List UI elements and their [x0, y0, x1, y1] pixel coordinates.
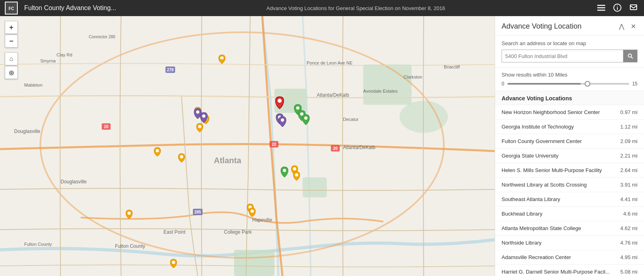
- app-header: FC Fulton County Advance Voting... Advan…: [0, 0, 644, 16]
- svg-text:East Point: East Point: [163, 229, 186, 235]
- svg-rect-11: [363, 64, 412, 105]
- zoom-in-button[interactable]: +: [5, 21, 18, 34]
- svg-rect-12: [303, 177, 327, 197]
- search-label: Search an address or locate on map: [502, 40, 638, 46]
- svg-rect-9: [0, 16, 495, 276]
- list-item[interactable]: Northwest Library at Scotts Crossing3.91…: [495, 178, 644, 192]
- list-item[interactable]: Georgia Institute of Technology1.12 mi: [495, 120, 644, 134]
- location-name: Fulton County Government Center: [502, 138, 620, 144]
- location-name: Harriet G. Darnell Senior Multi-Purpose …: [502, 269, 620, 275]
- location-distance: 2.21 mi: [620, 153, 638, 159]
- list-item[interactable]: Fulton County Government Center2.09 mi: [495, 134, 644, 149]
- svg-point-49: [156, 149, 159, 152]
- list-item[interactable]: Harriet G. Darnell Senior Multi-Purpose …: [495, 265, 644, 276]
- svg-rect-14: [234, 250, 274, 276]
- main-content: Smyrna Mableton Douglasville Douglasvill…: [0, 16, 644, 276]
- svg-text:College Park: College Park: [224, 229, 252, 235]
- svg-rect-46: [220, 59, 224, 62]
- search-button[interactable]: [623, 50, 638, 62]
- svg-text:Ponce de Leon Ave NE: Ponce de Leon Ave NE: [307, 60, 353, 65]
- svg-text:278: 278: [167, 68, 174, 72]
- list-item[interactable]: Atlanta Metropolitan State College4.62 m…: [495, 221, 644, 236]
- location-distance: 4.6 mi: [623, 211, 638, 217]
- locations-list-header: Advance Voting Locations: [495, 91, 644, 105]
- header-icon-group: [596, 2, 639, 15]
- list-item[interactable]: Helen S. Mills Senior Multi-Purpose Faci…: [495, 163, 644, 178]
- list-item[interactable]: Northside Library4.76 mi: [495, 236, 644, 250]
- svg-point-67: [628, 54, 631, 57]
- range-label: Show results within 10 Miles: [502, 72, 638, 78]
- svg-text:Connector 280: Connector 280: [89, 35, 115, 39]
- map-area[interactable]: Smyrna Mableton Douglasville Douglasvill…: [0, 16, 495, 276]
- collapse-panel-button[interactable]: ⋀: [617, 22, 626, 31]
- map-controls: + − ⌂ ◎: [5, 21, 18, 79]
- range-min-label: 0: [502, 81, 504, 87]
- info-icon-button[interactable]: [612, 2, 623, 15]
- svg-text:Atlanta: Atlanta: [214, 156, 242, 165]
- location-name: New Horizon Neighborhood Senior Center: [502, 109, 620, 115]
- map-svg: Smyrna Mableton Douglasville Douglasvill…: [0, 16, 495, 276]
- location-distance: 0.97 mi: [620, 109, 638, 115]
- svg-text:Clarkston: Clarkston: [404, 75, 422, 79]
- locate-button[interactable]: ◎: [5, 66, 18, 79]
- svg-point-52: [128, 212, 131, 215]
- svg-text:Decatur: Decatur: [343, 117, 359, 122]
- list-item[interactable]: Georgia State University2.21 mi: [495, 149, 644, 163]
- svg-point-55: [293, 167, 296, 170]
- location-distance: 1.12 mi: [620, 124, 638, 130]
- address-search-input[interactable]: [502, 50, 623, 62]
- list-item[interactable]: Buckhead Library4.6 mi: [495, 207, 644, 221]
- right-panel: Advance Voting Location ⋀ ✕ Search an ad…: [495, 16, 644, 276]
- app-logo: FC: [5, 2, 18, 15]
- svg-point-59: [202, 114, 205, 118]
- range-max-label: 15: [632, 81, 638, 87]
- list-icon-button[interactable]: [596, 2, 607, 15]
- svg-point-65: [283, 169, 286, 172]
- svg-text:FC: FC: [8, 6, 14, 11]
- range-slider-row: 0 15: [502, 81, 638, 87]
- svg-text:20: 20: [333, 146, 338, 151]
- svg-text:Avondale Estates: Avondale Estates: [363, 89, 398, 93]
- svg-point-56: [295, 173, 298, 176]
- location-distance: 4.41 mi: [620, 196, 638, 202]
- close-panel-button[interactable]: ✕: [629, 22, 638, 31]
- svg-point-63: [300, 112, 303, 116]
- list-item[interactable]: Southeast Atlanta Library4.41 mi: [495, 192, 644, 207]
- svg-point-64: [304, 116, 307, 120]
- svg-point-7: [617, 6, 618, 6]
- svg-text:Fulton County: Fulton County: [24, 242, 52, 247]
- svg-point-54: [251, 210, 254, 213]
- svg-text:Clay Rd: Clay Rd: [56, 52, 72, 57]
- svg-text:Douglasville: Douglasville: [61, 179, 87, 185]
- svg-point-51: [198, 125, 201, 128]
- svg-text:Fulton County: Fulton County: [115, 243, 145, 249]
- app-title: Fulton County Advance Voting...: [24, 4, 116, 12]
- list-item[interactable]: New Horizon Neighborhood Senior Center0.…: [495, 105, 644, 120]
- svg-rect-2: [597, 5, 605, 6]
- location-distance: 2.09 mi: [620, 138, 638, 144]
- svg-point-66: [278, 99, 282, 103]
- svg-text:Atlanta/DeKalb: Atlanta/DeKalb: [317, 92, 349, 98]
- svg-point-45: [220, 56, 224, 60]
- svg-rect-3: [597, 7, 605, 8]
- svg-text:Douglasville: Douglasville: [14, 129, 40, 134]
- search-section: Search an address or locate on map: [495, 35, 644, 68]
- range-section: Show results within 10 Miles 0 15: [495, 68, 644, 91]
- list-item[interactable]: Adamsville Recreation Center4.95 mi: [495, 250, 644, 265]
- svg-rect-8: [630, 5, 637, 10]
- app-subtitle: Advance Voting Locations for General Spe…: [123, 5, 589, 11]
- svg-text:Briarcliff: Briarcliff: [444, 64, 460, 69]
- location-name: Southeast Atlanta Library: [502, 196, 620, 202]
- location-name: Adamsville Recreation Center: [502, 254, 620, 260]
- location-name: Northwest Library at Scotts Crossing: [502, 182, 620, 188]
- range-slider-input[interactable]: [508, 83, 629, 85]
- svg-text:285: 285: [194, 210, 201, 214]
- svg-point-58: [196, 110, 199, 114]
- zoom-out-button[interactable]: −: [5, 35, 18, 48]
- svg-text:Atlanta/DeKalb: Atlanta/DeKalb: [343, 145, 375, 150]
- svg-point-61: [281, 118, 284, 122]
- home-button[interactable]: ⌂: [5, 52, 18, 65]
- user-icon-button[interactable]: [628, 2, 639, 15]
- svg-text:Smyrna: Smyrna: [40, 58, 56, 63]
- location-name: Georgia Institute of Technology: [502, 124, 620, 130]
